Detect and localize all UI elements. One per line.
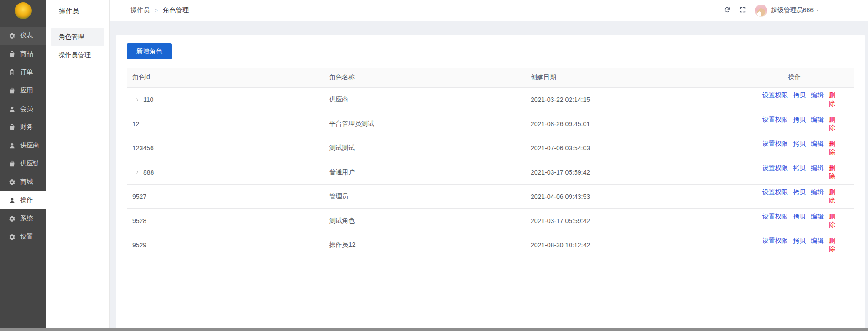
action-delete[interactable]: 删除 <box>829 140 835 155</box>
app-window: 仪表商品订单应用会员财务供应商供应链商城操作系统设置 操作员 角色管理操作员管理… <box>0 0 868 331</box>
action-copy[interactable]: 拷贝 <box>793 213 806 220</box>
cell-role-id: 123456 <box>127 136 324 160</box>
action-copy[interactable]: 拷贝 <box>793 237 806 244</box>
sidebar-item-2[interactable]: 商品 <box>0 45 46 63</box>
cell-role-name: 管理员 <box>324 184 525 208</box>
sidebar-item-5[interactable]: 会员 <box>0 100 46 118</box>
secondary-sidebar: 操作员 角色管理操作员管理 <box>46 0 110 331</box>
action-edit[interactable]: 编辑 <box>811 116 824 123</box>
tulip-avatar-logo <box>15 2 32 19</box>
cell-role-id: 110 <box>127 87 324 112</box>
user-menu[interactable]: 超级管理员666 <box>755 5 821 17</box>
sidebar-item-label: 应用 <box>20 86 33 95</box>
role-id-value: 123456 <box>132 144 154 152</box>
action-delete[interactable]: 删除 <box>829 91 835 107</box>
submenu-item-2[interactable]: 操作员管理 <box>51 46 104 64</box>
action-edit[interactable]: 编辑 <box>811 188 824 196</box>
breadcrumb: 操作员 > 角色管理 <box>130 6 189 15</box>
sidebar-item-label: 商城 <box>20 178 33 186</box>
add-role-button[interactable]: 新增角色 <box>127 43 172 59</box>
sidebar-item-4[interactable]: 应用 <box>0 81 46 100</box>
action-set-permissions[interactable]: 设置权限 <box>762 140 788 147</box>
bag-icon <box>9 51 16 58</box>
refresh-button[interactable] <box>723 6 731 15</box>
order-icon <box>9 69 16 76</box>
table-row: 12 平台管理员测试 2021-08-26 09:45:01 设置权限拷贝编辑删… <box>127 112 854 136</box>
cell-role-id: 9527 <box>127 184 324 208</box>
gear-icon <box>9 215 16 222</box>
user-icon <box>9 106 16 112</box>
sidebar-item-11[interactable]: 系统 <box>0 209 46 228</box>
sidebar-item-label: 供应商 <box>20 141 39 149</box>
table-row: 123456 测试测试 2021-07-06 03:54:03 设置权限拷贝编辑… <box>127 136 854 160</box>
table-header-row: 角色id 角色名称 创建日期 操作 <box>127 68 854 87</box>
user-name: 超级管理员666 <box>771 6 814 15</box>
action-edit[interactable]: 编辑 <box>811 140 824 147</box>
action-edit[interactable]: 编辑 <box>811 164 824 171</box>
action-set-permissions[interactable]: 设置权限 <box>762 164 788 171</box>
action-edit[interactable]: 编辑 <box>811 237 824 244</box>
role-id-value: 110 <box>143 96 153 103</box>
role-id-value: 12 <box>132 120 140 128</box>
row-actions: 设置权限拷贝编辑删除 <box>754 184 854 208</box>
breadcrumb-item-parent[interactable]: 操作员 <box>130 6 150 15</box>
main-area: 操作员 > 角色管理 超级管理员666 <box>110 0 868 331</box>
row-actions: 设置权限拷贝编辑删除 <box>754 136 854 160</box>
bag-icon <box>9 124 16 131</box>
table-row: 9529 操作员12 2021-08-30 10:12:42 设置权限拷贝编辑删… <box>127 233 854 257</box>
action-set-permissions[interactable]: 设置权限 <box>762 213 788 220</box>
action-delete[interactable]: 删除 <box>829 188 835 204</box>
action-copy[interactable]: 拷贝 <box>793 116 806 123</box>
cell-created-date: 2021-03-17 05:59:42 <box>525 160 754 184</box>
role-id-value: 9527 <box>132 193 146 200</box>
action-delete[interactable]: 删除 <box>829 116 835 131</box>
sidebar-item-6[interactable]: 财务 <box>0 118 46 136</box>
cell-created-date: 2021-07-06 03:54:03 <box>525 136 754 160</box>
action-set-permissions[interactable]: 设置权限 <box>762 188 788 196</box>
expand-row-icon[interactable] <box>135 96 140 103</box>
action-set-permissions[interactable]: 设置权限 <box>762 237 788 244</box>
row-actions: 设置权限拷贝编辑删除 <box>754 208 854 233</box>
fullscreen-button[interactable] <box>739 6 747 15</box>
action-delete[interactable]: 删除 <box>829 213 835 228</box>
action-edit[interactable]: 编辑 <box>811 213 824 220</box>
cell-created-date: 2021-08-26 09:45:01 <box>525 112 754 136</box>
sidebar-item-7[interactable]: 供应商 <box>0 136 46 155</box>
sidebar-item-8[interactable]: 供应链 <box>0 155 46 173</box>
action-copy[interactable]: 拷贝 <box>793 188 806 196</box>
action-delete[interactable]: 删除 <box>829 237 835 252</box>
horizontal-scrollbar[interactable] <box>0 328 868 331</box>
sidebar-item-10[interactable]: 操作 <box>0 191 46 209</box>
expand-row-icon[interactable] <box>135 169 140 176</box>
role-table: 角色id 角色名称 创建日期 操作 110 供应商 2021-03-22 02:… <box>127 68 854 257</box>
sidebar-item-9[interactable]: 商城 <box>0 173 46 191</box>
sidebar-item-label: 会员 <box>20 105 33 113</box>
action-edit[interactable]: 编辑 <box>811 91 824 99</box>
column-header-created-date: 创建日期 <box>525 68 754 87</box>
sidebar-item-label: 操作 <box>20 196 33 204</box>
cell-created-date: 2021-03-22 02:14:15 <box>525 87 754 112</box>
topbar: 操作员 > 角色管理 超级管理员666 <box>110 0 868 21</box>
action-delete[interactable]: 删除 <box>829 164 835 180</box>
cell-role-id: 12 <box>127 112 324 136</box>
action-set-permissions[interactable]: 设置权限 <box>762 116 788 123</box>
sidebar-item-12[interactable]: 设置 <box>0 228 46 246</box>
action-set-permissions[interactable]: 设置权限 <box>762 91 788 99</box>
bag-icon <box>9 87 16 94</box>
cell-role-name: 操作员12 <box>324 233 525 257</box>
action-copy[interactable]: 拷贝 <box>793 164 806 171</box>
submenu-item-1[interactable]: 角色管理 <box>51 28 104 46</box>
sidebar-item-label: 商品 <box>20 50 33 58</box>
table-row: 9527 管理员 2021-04-06 09:43:53 设置权限拷贝编辑删除 <box>127 184 854 208</box>
column-header-role-name: 角色名称 <box>324 68 525 87</box>
sidebar-item-3[interactable]: 订单 <box>0 63 46 81</box>
cell-role-name: 平台管理员测试 <box>324 112 525 136</box>
cell-role-name: 测试测试 <box>324 136 525 160</box>
submenu-list: 角色管理操作员管理 <box>46 21 109 71</box>
action-copy[interactable]: 拷贝 <box>793 140 806 147</box>
cell-role-id: 9529 <box>127 233 324 257</box>
action-copy[interactable]: 拷贝 <box>793 91 806 99</box>
table-row: 9528 测试角色 2021-03-17 05:59:42 设置权限拷贝编辑删除 <box>127 208 854 233</box>
primary-sidebar: 仪表商品订单应用会员财务供应商供应链商城操作系统设置 <box>0 0 46 331</box>
sidebar-item-1[interactable]: 仪表 <box>0 27 46 45</box>
